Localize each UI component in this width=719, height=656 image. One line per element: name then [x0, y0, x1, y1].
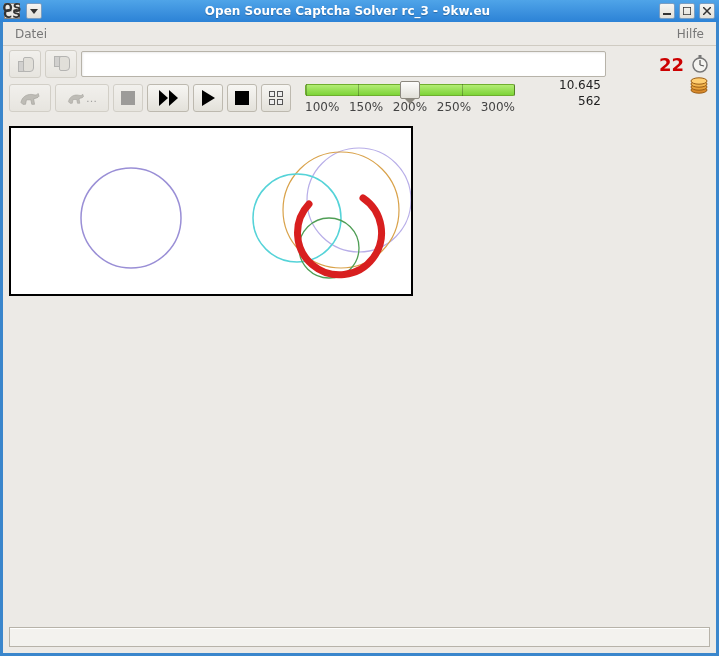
- zoom-label-0: 100%: [305, 100, 339, 114]
- window-title: Open Source Captcha Solver rc_3 - 9kw.eu: [42, 4, 653, 18]
- fast-forward-icon: [159, 90, 178, 106]
- svg-point-11: [691, 78, 707, 84]
- zoom-thumb[interactable]: [400, 81, 420, 99]
- window-menu-icon: [30, 9, 38, 14]
- close-icon: [703, 7, 711, 15]
- menubar: Datei Hilfe: [3, 22, 716, 46]
- close-button[interactable]: [699, 3, 715, 19]
- app-icon-bot: CS: [3, 11, 21, 17]
- credit-stats: 10.645 562: [519, 78, 629, 108]
- maximize-icon: [683, 7, 691, 15]
- svg-rect-0: [663, 13, 671, 15]
- captcha-answer-input[interactable]: [81, 51, 606, 77]
- thumbs-down-button[interactable]: [45, 50, 77, 78]
- svg-point-13: [307, 148, 411, 252]
- zoom-label-3: 250%: [437, 100, 471, 114]
- menu-file[interactable]: Datei: [9, 24, 53, 44]
- thumbs-up-icon: [18, 56, 32, 72]
- zoom-slider[interactable]: 100% 150% 200% 250% 300%: [305, 84, 515, 114]
- fast-forward-button[interactable]: [147, 84, 189, 112]
- thumbs-up-button[interactable]: [9, 50, 41, 78]
- zoom-track[interactable]: [305, 84, 515, 96]
- stop-button[interactable]: [227, 84, 257, 112]
- toolbar-row-1: 22: [3, 46, 716, 82]
- window-controls: [659, 3, 715, 19]
- maximize-button[interactable]: [679, 3, 695, 19]
- svg-point-12: [81, 168, 181, 268]
- skip-more-button[interactable]: …: [55, 84, 109, 112]
- svg-rect-5: [699, 55, 702, 58]
- control-buttons: …: [9, 84, 291, 112]
- thumbs-down-icon: [54, 56, 68, 72]
- status-bar: [9, 627, 710, 647]
- toolbar-row-2: …: [3, 82, 716, 120]
- zoom-label-4: 300%: [481, 100, 515, 114]
- stopwatch-icon: [690, 54, 710, 74]
- settings-button[interactable]: [261, 84, 291, 112]
- stop-gray-button[interactable]: [113, 84, 143, 112]
- minimize-icon: [663, 7, 671, 15]
- minimize-button[interactable]: [659, 3, 675, 19]
- horse-ellipsis-icon: [67, 89, 85, 107]
- menu-help[interactable]: Hilfe: [671, 24, 710, 44]
- app-icon: OS CS: [4, 3, 20, 19]
- stop-black-icon: [235, 91, 249, 105]
- horse-icon: [19, 89, 41, 107]
- zoom-label-1: 150%: [349, 100, 383, 114]
- titlebar: OS CS Open Source Captcha Solver rc_3 - …: [0, 0, 719, 22]
- skip-button[interactable]: [9, 84, 51, 112]
- window-menu-button[interactable]: [26, 3, 42, 19]
- balance-value: 10.645: [559, 78, 601, 92]
- play-button[interactable]: [193, 84, 223, 112]
- sliders-icon: [269, 91, 283, 105]
- captcha-image[interactable]: [9, 126, 413, 296]
- play-icon: [202, 90, 215, 106]
- stop-gray-icon: [121, 91, 135, 105]
- window-frame: Datei Hilfe 22: [0, 22, 719, 656]
- svg-rect-1: [683, 7, 691, 15]
- coins-icon: [688, 74, 710, 96]
- queue-value: 562: [578, 94, 601, 108]
- right-stats: 22: [610, 54, 710, 75]
- captcha-area: [3, 120, 716, 302]
- countdown-value: 22: [659, 54, 684, 75]
